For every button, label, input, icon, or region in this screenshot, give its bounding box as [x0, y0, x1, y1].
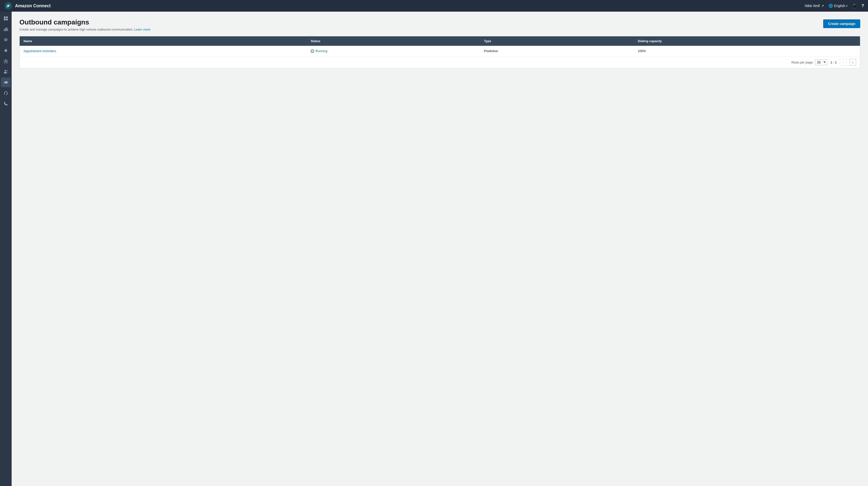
amazon-connect-logo-icon: [4, 1, 12, 10]
app-name: Amazon Connect: [15, 3, 51, 8]
rows-per-page: Rows per page: 10 25 50 100: [792, 60, 828, 65]
language-label: English: [834, 4, 845, 8]
column-header-status: Status: [307, 36, 480, 46]
page-title: Outbound campaigns: [20, 19, 151, 26]
pagination-row: Rows per page: 10 25 50 100 1 - 1 ‹ ›: [20, 56, 860, 68]
username-label: Nikki Wolf: [805, 4, 820, 8]
headset-icon: [3, 91, 8, 95]
svg-rect-3: [6, 17, 8, 18]
exit-icon[interactable]: ↗: [821, 4, 824, 8]
svg-point-1: [7, 5, 9, 6]
table-header: Name Status Type Dialing capacity: [20, 36, 860, 46]
svg-rect-4: [4, 19, 6, 20]
sidebar-item-campaigns[interactable]: [1, 77, 11, 87]
pagination-next-button[interactable]: ›: [849, 59, 856, 66]
campaigns-icon: [3, 80, 8, 85]
rows-per-page-select[interactable]: 10 25 50 100: [815, 60, 828, 65]
sidebar-item-channels[interactable]: [1, 99, 11, 108]
campaigns-table-container: Name Status Type Dialing capacity Appoin…: [20, 36, 860, 68]
svg-rect-2: [4, 17, 6, 18]
sidebar-item-tasks[interactable]: [1, 56, 11, 66]
sidebar-item-routing[interactable]: [1, 35, 11, 44]
svg-rect-8: [6, 27, 7, 31]
svg-rect-5: [6, 19, 8, 20]
sidebar-item-analytics[interactable]: [1, 45, 11, 55]
column-header-dialing-capacity: Dialing capacity: [634, 36, 860, 46]
grid-icon: [3, 16, 8, 21]
campaign-dialing-capacity-cell: 100%: [634, 46, 860, 56]
language-selector[interactable]: 🌐 English ▾: [829, 4, 847, 8]
routing-icon: [3, 37, 8, 42]
user-menu[interactable]: Nikki Wolf ↗: [805, 4, 824, 8]
sidebar-item-queues[interactable]: [1, 88, 11, 98]
tasks-icon: [3, 59, 8, 63]
status-label: Running: [315, 49, 327, 53]
create-campaign-button[interactable]: Create campaign: [823, 20, 860, 28]
campaign-type-cell: Predictive: [480, 46, 634, 56]
analytics-icon: [3, 48, 8, 53]
users-icon: [3, 69, 8, 74]
svg-point-11: [5, 70, 6, 71]
main-content: Outbound campaigns Create and manage cam…: [12, 12, 868, 486]
topnav-right-section: Nikki Wolf ↗ 🌐 English ▾ 📱 ?: [805, 3, 864, 8]
pagination-prev-button[interactable]: ‹: [840, 59, 846, 66]
table-row: Appointment reminders Running Predictive…: [20, 46, 860, 56]
globe-icon: 🌐: [829, 4, 833, 8]
status-running: Running: [311, 49, 476, 53]
sidebar: [0, 12, 12, 486]
campaigns-table: Name Status Type Dialing capacity Appoin…: [20, 36, 860, 56]
campaign-status-cell: Running: [307, 46, 480, 56]
top-navigation: Amazon Connect Nikki Wolf ↗ 🌐 English ▾ …: [0, 0, 868, 12]
svg-rect-13: [7, 82, 8, 83]
svg-rect-14: [4, 93, 5, 95]
page-description-text: Create and manage campaigns to achieve h…: [20, 28, 133, 31]
status-running-icon: [311, 50, 314, 53]
svg-rect-9: [7, 29, 8, 31]
pagination-count: 1 - 1: [831, 61, 837, 64]
chart-icon: [3, 27, 8, 32]
table-header-row: Name Status Type Dialing capacity: [20, 36, 860, 46]
svg-marker-10: [4, 48, 8, 52]
svg-rect-15: [7, 93, 7, 95]
sidebar-item-metrics[interactable]: [1, 24, 11, 34]
help-icon[interactable]: ?: [862, 3, 864, 8]
learn-more-link[interactable]: Learn more: [134, 28, 150, 31]
svg-point-12: [6, 70, 8, 71]
campaign-name-cell: Appointment reminders: [20, 46, 307, 56]
table-body: Appointment reminders Running Predictive…: [20, 46, 860, 56]
sidebar-item-users[interactable]: [1, 67, 11, 76]
app-logo: Amazon Connect: [4, 1, 805, 10]
rows-per-page-label: Rows per page:: [792, 61, 813, 64]
page-description: Create and manage campaigns to achieve h…: [20, 28, 151, 31]
page-header-left: Outbound campaigns Create and manage cam…: [20, 19, 151, 31]
svg-rect-7: [5, 28, 6, 31]
page-header: Outbound campaigns Create and manage cam…: [20, 19, 860, 31]
chevron-down-icon: ▾: [846, 5, 847, 7]
phone-channel-icon: [3, 101, 8, 106]
column-header-name: Name: [20, 36, 307, 46]
svg-rect-6: [4, 29, 5, 31]
column-header-type: Type: [480, 36, 634, 46]
sidebar-item-dashboard[interactable]: [1, 13, 11, 23]
phone-icon[interactable]: 📱: [852, 3, 857, 8]
campaign-name-link[interactable]: Appointment reminders: [24, 49, 56, 53]
